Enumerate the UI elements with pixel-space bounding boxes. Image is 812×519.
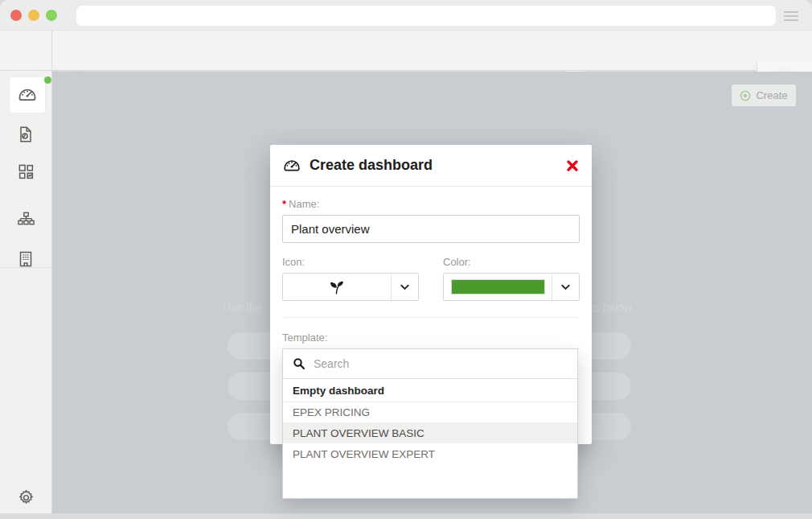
icon-label: Icon: [282, 256, 419, 268]
sidebar-item-widgets[interactable] [0, 154, 51, 189]
color-label: Color: [443, 256, 580, 268]
window-fullscreen-button[interactable] [46, 10, 57, 21]
sidebar-item-reports[interactable] [0, 117, 51, 152]
building-icon [16, 249, 35, 269]
sitemap-icon [17, 210, 35, 229]
chevron-down-icon [552, 274, 579, 300]
plus-circle-icon [740, 90, 751, 101]
browser-menu-icon[interactable] [784, 11, 798, 23]
close-x-icon[interactable] [565, 159, 580, 173]
hint-text-left: Use the ' [223, 301, 267, 314]
seedling-icon [283, 274, 391, 300]
gauge-icon [282, 156, 301, 175]
window-bottom-edge [0, 513, 812, 519]
template-label: Template: [282, 332, 580, 344]
window-close-button[interactable] [10, 10, 22, 21]
app-header: EcoSphere Managed by: Embion B.V. [0, 31, 812, 71]
template-option-plant-overview-basic[interactable]: PLANT OVERVIEW BASIC [283, 422, 577, 443]
create-button[interactable]: Create [732, 84, 796, 106]
template-dropdown: Empty dashboard EPEX PRICING PLANT OVERV… [282, 348, 578, 499]
browser-titlebar [0, 0, 812, 31]
gauge-icon [17, 84, 38, 105]
sidebar-item-company[interactable] [0, 241, 51, 277]
window-minimize-button[interactable] [28, 10, 39, 21]
widgets-icon [17, 163, 35, 181]
section-divider [282, 317, 580, 318]
report-icon [16, 125, 35, 144]
browser-window: EcoSphere Managed by: Embion B.V. [0, 0, 812, 519]
search-icon [293, 357, 306, 370]
required-marker: * [282, 198, 286, 210]
sidebar [0, 71, 51, 513]
color-swatch-green [451, 279, 545, 295]
icon-select[interactable] [282, 273, 419, 301]
name-label: *Name: [282, 198, 580, 210]
hint-text-right: es below [588, 301, 632, 314]
browser-address-bar[interactable] [76, 6, 776, 26]
gear-icon [17, 488, 35, 507]
name-input[interactable] [282, 215, 580, 243]
template-option-plant-overview-expert[interactable]: PLANT OVERVIEW EXPERT [283, 443, 577, 465]
template-option-empty-dashboard[interactable]: Empty dashboard [283, 379, 577, 402]
sidebar-item-plants[interactable] [0, 201, 51, 237]
sidebar-item-settings[interactable] [0, 480, 51, 515]
sidebar-item-dashboards[interactable] [10, 77, 45, 113]
modal-title: Create dashboard [310, 157, 433, 174]
active-status-dot [44, 76, 51, 84]
chevron-down-icon [391, 274, 418, 300]
color-select[interactable] [443, 273, 580, 301]
template-option-epex-pricing[interactable]: EPEX PRICING [283, 402, 577, 422]
modal-header: Create dashboard [270, 145, 592, 187]
search-input[interactable] [314, 357, 568, 370]
template-search-row [283, 349, 577, 379]
